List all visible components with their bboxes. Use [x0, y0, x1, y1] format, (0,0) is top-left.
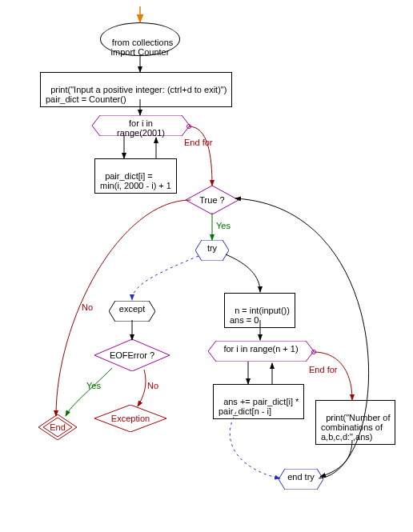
edges-svg	[0, 0, 413, 532]
node-for1-text: for i in range(2001)	[92, 115, 190, 141]
node-for2-text: for i in range(n + 1)	[208, 341, 314, 357]
label-endfor-1: End for	[184, 138, 212, 147]
node-exception-text: Exception	[111, 414, 150, 423]
node-while-text: True ?	[199, 195, 224, 205]
label-yes-eof: Yes	[86, 381, 101, 390]
node-endtry-text: end try	[279, 469, 323, 485]
label-endfor-2: End for	[309, 365, 337, 374]
label-no-eof: No	[147, 381, 158, 390]
node-eof-text: EOFError ?	[110, 350, 154, 360]
label-no-while: No	[82, 302, 93, 312]
node-for1: for i in range(2001)	[92, 115, 190, 136]
node-try-text: try	[195, 240, 229, 256]
node-end-text: End	[50, 422, 66, 432]
node-except-text: except	[109, 301, 155, 317]
label-yes-while: Yes	[216, 221, 231, 230]
